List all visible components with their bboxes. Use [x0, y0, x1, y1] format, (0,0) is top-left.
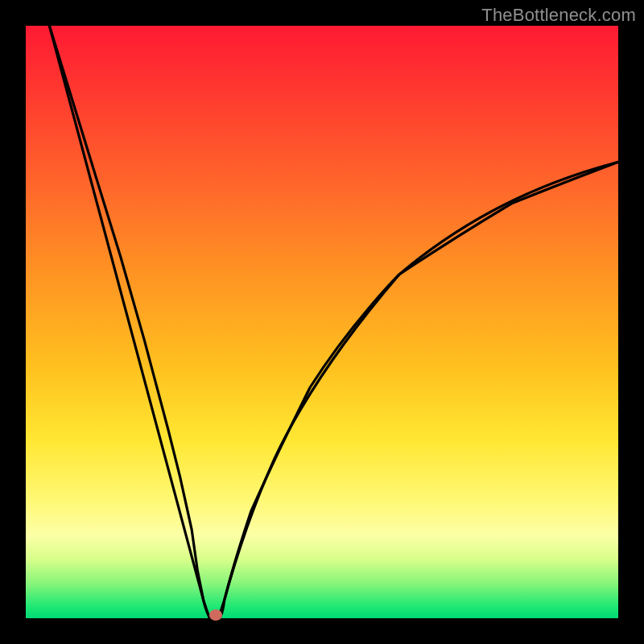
bottleneck-curve: [26, 26, 618, 618]
watermark-text: TheBottleneck.com: [481, 5, 636, 26]
chart-frame: TheBottleneck.com: [0, 0, 644, 644]
plot-area: [26, 26, 618, 618]
balance-point-marker: [209, 609, 222, 621]
